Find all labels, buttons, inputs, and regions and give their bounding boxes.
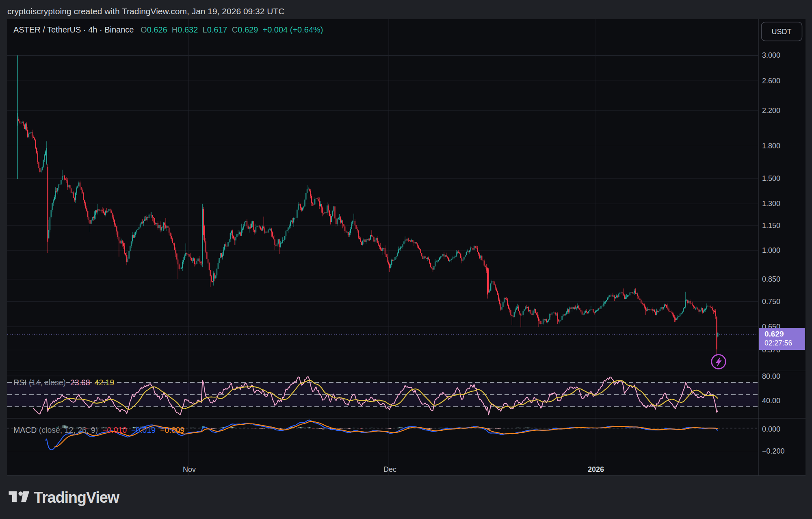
svg-text:3.000: 3.000	[762, 51, 780, 59]
svg-text:2.600: 2.600	[762, 77, 780, 85]
svg-text:Dec: Dec	[383, 465, 396, 473]
svg-text:0.000: 0.000	[762, 425, 780, 433]
svg-text:1.000: 1.000	[762, 246, 780, 254]
svg-text:40.00: 40.00	[762, 397, 780, 405]
svg-text:0.750: 0.750	[762, 298, 780, 306]
svg-text:1.300: 1.300	[762, 200, 780, 208]
svg-text:1.150: 1.150	[762, 221, 780, 230]
svg-text:1.800: 1.800	[762, 142, 780, 150]
svg-text:Nov: Nov	[183, 465, 196, 473]
svg-text:02:27:56: 02:27:56	[764, 339, 792, 347]
svg-text:1.500: 1.500	[762, 174, 780, 182]
svg-text:0.629: 0.629	[764, 330, 784, 338]
svg-text:TradingView: TradingView	[34, 491, 120, 506]
svg-text:USDT: USDT	[772, 28, 792, 36]
svg-text:0.850: 0.850	[762, 275, 780, 283]
svg-text:2.200: 2.200	[762, 106, 780, 115]
svg-text:−0.200: −0.200	[762, 447, 785, 455]
svg-text:80.00: 80.00	[762, 372, 780, 380]
svg-text:2026: 2026	[588, 465, 604, 473]
